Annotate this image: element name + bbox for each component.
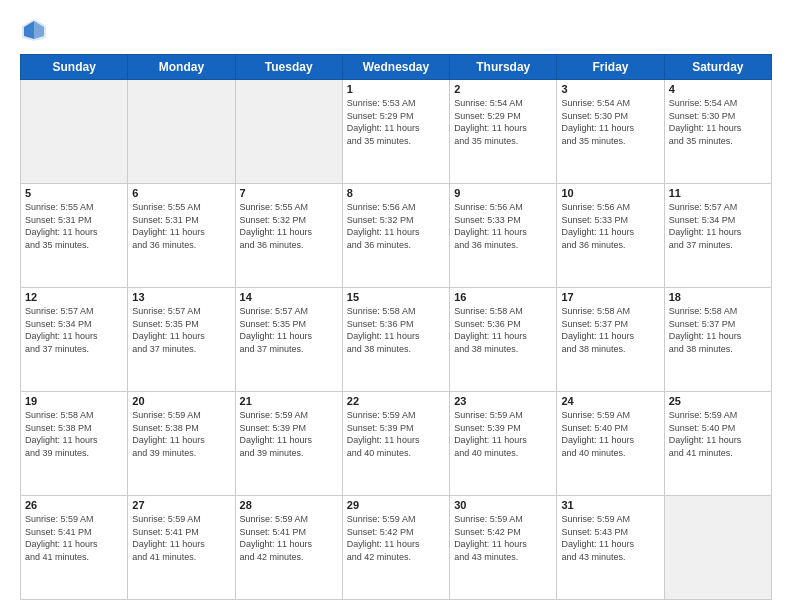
- day-info: Sunrise: 5:58 AM Sunset: 5:36 PM Dayligh…: [454, 305, 552, 355]
- day-number: 3: [561, 83, 659, 95]
- day-number: 22: [347, 395, 445, 407]
- calendar-cell: 22Sunrise: 5:59 AM Sunset: 5:39 PM Dayli…: [342, 392, 449, 496]
- calendar-cell: 17Sunrise: 5:58 AM Sunset: 5:37 PM Dayli…: [557, 288, 664, 392]
- calendar-cell: 21Sunrise: 5:59 AM Sunset: 5:39 PM Dayli…: [235, 392, 342, 496]
- calendar-cell: 3Sunrise: 5:54 AM Sunset: 5:30 PM Daylig…: [557, 80, 664, 184]
- day-number: 9: [454, 187, 552, 199]
- calendar-cell: 10Sunrise: 5:56 AM Sunset: 5:33 PM Dayli…: [557, 184, 664, 288]
- calendar-cell: 19Sunrise: 5:58 AM Sunset: 5:38 PM Dayli…: [21, 392, 128, 496]
- day-number: 17: [561, 291, 659, 303]
- day-number: 24: [561, 395, 659, 407]
- calendar-week-row: 19Sunrise: 5:58 AM Sunset: 5:38 PM Dayli…: [21, 392, 772, 496]
- day-number: 12: [25, 291, 123, 303]
- calendar-cell: 11Sunrise: 5:57 AM Sunset: 5:34 PM Dayli…: [664, 184, 771, 288]
- calendar-week-row: 1Sunrise: 5:53 AM Sunset: 5:29 PM Daylig…: [21, 80, 772, 184]
- calendar-cell: 31Sunrise: 5:59 AM Sunset: 5:43 PM Dayli…: [557, 496, 664, 600]
- calendar-cell: 9Sunrise: 5:56 AM Sunset: 5:33 PM Daylig…: [450, 184, 557, 288]
- calendar-cell: 7Sunrise: 5:55 AM Sunset: 5:32 PM Daylig…: [235, 184, 342, 288]
- day-number: 18: [669, 291, 767, 303]
- calendar-cell: 24Sunrise: 5:59 AM Sunset: 5:40 PM Dayli…: [557, 392, 664, 496]
- header: [20, 16, 772, 44]
- day-info: Sunrise: 5:55 AM Sunset: 5:32 PM Dayligh…: [240, 201, 338, 251]
- calendar-week-row: 5Sunrise: 5:55 AM Sunset: 5:31 PM Daylig…: [21, 184, 772, 288]
- calendar-cell: 4Sunrise: 5:54 AM Sunset: 5:30 PM Daylig…: [664, 80, 771, 184]
- calendar-cell: 14Sunrise: 5:57 AM Sunset: 5:35 PM Dayli…: [235, 288, 342, 392]
- day-number: 16: [454, 291, 552, 303]
- day-number: 25: [669, 395, 767, 407]
- page: SundayMondayTuesdayWednesdayThursdayFrid…: [0, 0, 792, 612]
- day-number: 29: [347, 499, 445, 511]
- day-info: Sunrise: 5:55 AM Sunset: 5:31 PM Dayligh…: [25, 201, 123, 251]
- weekday-header: Friday: [557, 55, 664, 80]
- day-number: 23: [454, 395, 552, 407]
- day-info: Sunrise: 5:57 AM Sunset: 5:35 PM Dayligh…: [240, 305, 338, 355]
- calendar-cell: 26Sunrise: 5:59 AM Sunset: 5:41 PM Dayli…: [21, 496, 128, 600]
- calendar-cell: [235, 80, 342, 184]
- day-info: Sunrise: 5:59 AM Sunset: 5:39 PM Dayligh…: [240, 409, 338, 459]
- day-number: 8: [347, 187, 445, 199]
- calendar-cell: 6Sunrise: 5:55 AM Sunset: 5:31 PM Daylig…: [128, 184, 235, 288]
- calendar-cell: [128, 80, 235, 184]
- logo-icon: [20, 16, 48, 44]
- day-info: Sunrise: 5:56 AM Sunset: 5:32 PM Dayligh…: [347, 201, 445, 251]
- weekday-header: Tuesday: [235, 55, 342, 80]
- day-info: Sunrise: 5:57 AM Sunset: 5:34 PM Dayligh…: [25, 305, 123, 355]
- day-number: 28: [240, 499, 338, 511]
- weekday-header: Saturday: [664, 55, 771, 80]
- day-number: 1: [347, 83, 445, 95]
- calendar-cell: [21, 80, 128, 184]
- day-info: Sunrise: 5:54 AM Sunset: 5:30 PM Dayligh…: [669, 97, 767, 147]
- day-number: 2: [454, 83, 552, 95]
- day-info: Sunrise: 5:59 AM Sunset: 5:42 PM Dayligh…: [347, 513, 445, 563]
- day-info: Sunrise: 5:59 AM Sunset: 5:38 PM Dayligh…: [132, 409, 230, 459]
- calendar-cell: 8Sunrise: 5:56 AM Sunset: 5:32 PM Daylig…: [342, 184, 449, 288]
- calendar-cell: 12Sunrise: 5:57 AM Sunset: 5:34 PM Dayli…: [21, 288, 128, 392]
- day-number: 27: [132, 499, 230, 511]
- day-info: Sunrise: 5:56 AM Sunset: 5:33 PM Dayligh…: [561, 201, 659, 251]
- calendar-week-row: 12Sunrise: 5:57 AM Sunset: 5:34 PM Dayli…: [21, 288, 772, 392]
- calendar-cell: 27Sunrise: 5:59 AM Sunset: 5:41 PM Dayli…: [128, 496, 235, 600]
- calendar-table: SundayMondayTuesdayWednesdayThursdayFrid…: [20, 54, 772, 600]
- day-info: Sunrise: 5:57 AM Sunset: 5:35 PM Dayligh…: [132, 305, 230, 355]
- day-info: Sunrise: 5:59 AM Sunset: 5:39 PM Dayligh…: [454, 409, 552, 459]
- weekday-header: Wednesday: [342, 55, 449, 80]
- day-info: Sunrise: 5:57 AM Sunset: 5:34 PM Dayligh…: [669, 201, 767, 251]
- calendar-cell: 16Sunrise: 5:58 AM Sunset: 5:36 PM Dayli…: [450, 288, 557, 392]
- weekday-header: Thursday: [450, 55, 557, 80]
- day-number: 14: [240, 291, 338, 303]
- calendar-cell: 18Sunrise: 5:58 AM Sunset: 5:37 PM Dayli…: [664, 288, 771, 392]
- day-number: 19: [25, 395, 123, 407]
- day-info: Sunrise: 5:54 AM Sunset: 5:30 PM Dayligh…: [561, 97, 659, 147]
- day-info: Sunrise: 5:59 AM Sunset: 5:41 PM Dayligh…: [240, 513, 338, 563]
- weekday-header-row: SundayMondayTuesdayWednesdayThursdayFrid…: [21, 55, 772, 80]
- day-info: Sunrise: 5:59 AM Sunset: 5:42 PM Dayligh…: [454, 513, 552, 563]
- day-info: Sunrise: 5:59 AM Sunset: 5:41 PM Dayligh…: [25, 513, 123, 563]
- calendar-cell: 23Sunrise: 5:59 AM Sunset: 5:39 PM Dayli…: [450, 392, 557, 496]
- calendar-cell: 15Sunrise: 5:58 AM Sunset: 5:36 PM Dayli…: [342, 288, 449, 392]
- day-number: 13: [132, 291, 230, 303]
- day-number: 7: [240, 187, 338, 199]
- day-info: Sunrise: 5:59 AM Sunset: 5:43 PM Dayligh…: [561, 513, 659, 563]
- day-info: Sunrise: 5:56 AM Sunset: 5:33 PM Dayligh…: [454, 201, 552, 251]
- day-number: 4: [669, 83, 767, 95]
- calendar-cell: 29Sunrise: 5:59 AM Sunset: 5:42 PM Dayli…: [342, 496, 449, 600]
- calendar-cell: 28Sunrise: 5:59 AM Sunset: 5:41 PM Dayli…: [235, 496, 342, 600]
- day-number: 20: [132, 395, 230, 407]
- day-number: 10: [561, 187, 659, 199]
- day-number: 21: [240, 395, 338, 407]
- day-info: Sunrise: 5:59 AM Sunset: 5:40 PM Dayligh…: [669, 409, 767, 459]
- day-info: Sunrise: 5:53 AM Sunset: 5:29 PM Dayligh…: [347, 97, 445, 147]
- day-info: Sunrise: 5:58 AM Sunset: 5:37 PM Dayligh…: [561, 305, 659, 355]
- day-info: Sunrise: 5:58 AM Sunset: 5:37 PM Dayligh…: [669, 305, 767, 355]
- weekday-header: Sunday: [21, 55, 128, 80]
- day-number: 26: [25, 499, 123, 511]
- calendar-cell: 5Sunrise: 5:55 AM Sunset: 5:31 PM Daylig…: [21, 184, 128, 288]
- day-info: Sunrise: 5:54 AM Sunset: 5:29 PM Dayligh…: [454, 97, 552, 147]
- calendar-cell: 2Sunrise: 5:54 AM Sunset: 5:29 PM Daylig…: [450, 80, 557, 184]
- day-info: Sunrise: 5:59 AM Sunset: 5:39 PM Dayligh…: [347, 409, 445, 459]
- day-number: 5: [25, 187, 123, 199]
- calendar-cell: 25Sunrise: 5:59 AM Sunset: 5:40 PM Dayli…: [664, 392, 771, 496]
- calendar-cell: 1Sunrise: 5:53 AM Sunset: 5:29 PM Daylig…: [342, 80, 449, 184]
- calendar-cell: [664, 496, 771, 600]
- day-number: 30: [454, 499, 552, 511]
